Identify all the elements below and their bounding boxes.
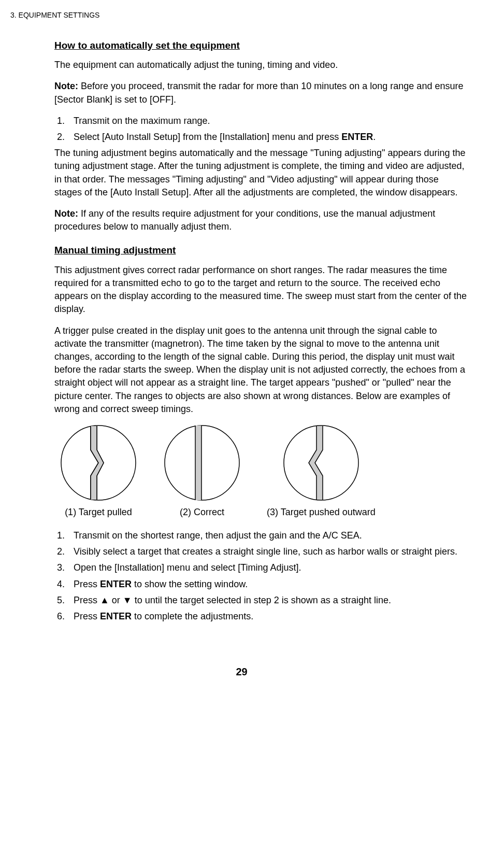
caption-1: (1) Target pulled <box>65 506 132 519</box>
section1-p2: The tuning adjustment begins automatical… <box>54 147 468 199</box>
list-text: Press <box>74 579 100 589</box>
caption-2: (2) Correct <box>180 506 224 519</box>
list-item: Visibly select a target that creates a s… <box>67 545 468 558</box>
enter-key: ENTER <box>100 579 132 589</box>
note1-text: Before you proceed, transmit the radar f… <box>54 81 463 104</box>
target-correct-icon <box>163 424 241 502</box>
enter-key: ENTER <box>341 132 373 142</box>
section2-list: Transmit on the shortest range, then adj… <box>54 529 468 623</box>
section1-note1: Note: Before you proceed, transmit the r… <box>54 80 468 106</box>
note-label: Note: <box>54 81 78 91</box>
enter-key: ENTER <box>100 611 132 621</box>
section1-note2: Note: If any of the results require adju… <box>54 207 468 233</box>
page-number: 29 <box>10 664 473 679</box>
list-item: Open the [Installation] menu and select … <box>67 561 468 574</box>
list-item: Select [Auto Install Setup] from the [In… <box>67 131 468 144</box>
list-item: Press ENTER to complete the adjustments. <box>67 610 468 623</box>
period: . <box>373 132 376 142</box>
section1-list: Transmit on the maximum range. Select [A… <box>54 115 468 144</box>
list-suffix: to complete the adjustments. <box>132 611 253 621</box>
note2-text: If any of the results require adjustment… <box>54 208 435 232</box>
section2-title: Manual timing adjustment <box>54 244 468 258</box>
caption-3: (3) Target pushed outward <box>267 506 376 519</box>
list-item: Transmit on the maximum range. <box>67 115 468 128</box>
list-item: Press ENTER to show the setting window. <box>67 578 468 591</box>
list-item: Press ▲ or ▼ to until the target selecte… <box>67 594 468 607</box>
target-pushed-icon <box>282 424 360 502</box>
note-label: Note: <box>54 208 78 219</box>
page-content: How to automatically set the equipment T… <box>54 39 468 624</box>
section1-p1: The equipment can automatically adjust t… <box>54 59 468 72</box>
figure-1: (1) Target pulled <box>60 424 137 519</box>
list-text: Press <box>74 611 100 621</box>
section2-p1: This adjustment gives correct radar perf… <box>54 264 468 316</box>
target-pulled-icon <box>60 424 137 502</box>
list-item: Transmit on the shortest range, then adj… <box>67 529 468 542</box>
svg-point-1 <box>165 426 239 500</box>
list-suffix: to show the setting window. <box>132 579 248 589</box>
svg-rect-2 <box>195 426 201 500</box>
section2-p2: A trigger pulse created in the display u… <box>54 324 468 416</box>
section1-title: How to automatically set the equipment <box>54 39 468 53</box>
chapter-header: 3. EQUIPMENT SETTINGS <box>10 10 473 21</box>
list-text: Select [Auto Install Setup] from the [In… <box>74 132 341 142</box>
figure-2: (2) Correct <box>163 424 241 519</box>
timing-diagrams: (1) Target pulled (2) Correct (3) Target… <box>60 424 468 519</box>
figure-3: (3) Target pushed outward <box>267 424 376 519</box>
